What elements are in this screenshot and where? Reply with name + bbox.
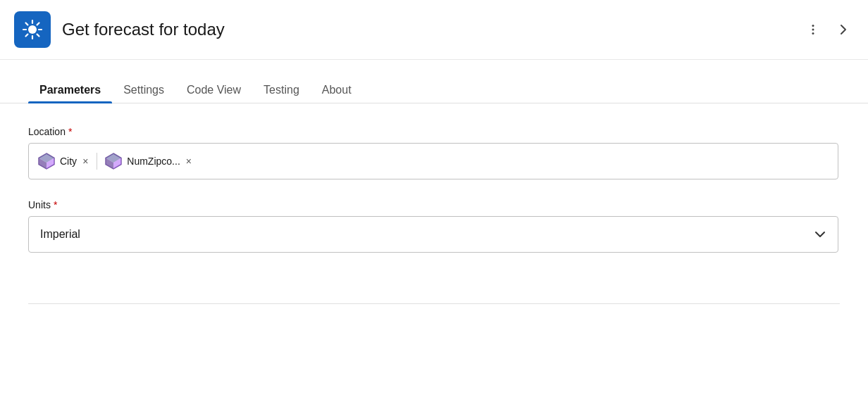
page-title: Get forecast for today xyxy=(62,20,225,39)
city-tag-icon xyxy=(37,152,56,170)
tab-parameters[interactable]: Parameters xyxy=(28,77,112,103)
units-field-group: Units * Imperial xyxy=(28,199,840,253)
location-input[interactable]: City × NumZipco... × xyxy=(28,143,838,179)
chevron-down-icon xyxy=(814,228,826,241)
numzipco-tag-label: NumZipco... xyxy=(127,156,180,167)
tab-code-view[interactable]: Code View xyxy=(175,77,252,103)
svg-point-11 xyxy=(812,32,814,34)
units-select[interactable]: Imperial xyxy=(28,216,838,253)
svg-point-0 xyxy=(28,25,37,34)
svg-point-9 xyxy=(812,25,814,27)
city-tag-remove-button[interactable]: × xyxy=(81,156,89,167)
numzipco-tag-icon xyxy=(104,152,123,170)
units-label: Units * xyxy=(28,199,840,210)
tab-settings[interactable]: Settings xyxy=(112,77,175,103)
location-field-group: Location * City × xyxy=(28,126,840,179)
more-vertical-icon xyxy=(806,23,820,37)
units-required-star: * xyxy=(54,199,57,210)
svg-point-10 xyxy=(812,29,814,31)
header-left: Get forecast for today xyxy=(14,11,225,48)
units-value: Imperial xyxy=(40,228,80,241)
tab-testing[interactable]: Testing xyxy=(252,77,311,103)
numzipco-tag-remove-button[interactable]: × xyxy=(185,156,193,167)
header: Get forecast for today xyxy=(0,0,868,60)
app-icon xyxy=(14,11,51,48)
svg-line-6 xyxy=(37,34,39,37)
chevron-right-icon xyxy=(837,23,850,36)
location-label: Location * xyxy=(28,126,840,137)
location-tag-numzipco: NumZipco... × xyxy=(104,152,193,170)
location-tag-city: City × xyxy=(37,152,89,170)
tabs-bar: Parameters Settings Code View Testing Ab… xyxy=(0,77,868,103)
collapse-button[interactable] xyxy=(833,19,854,40)
location-required-star: * xyxy=(68,126,72,137)
content-area: Location * City × xyxy=(0,103,868,295)
svg-line-7 xyxy=(37,23,39,25)
header-actions xyxy=(802,18,854,41)
more-options-button[interactable] xyxy=(802,18,824,41)
svg-line-5 xyxy=(26,23,28,25)
tag-divider xyxy=(97,153,97,170)
svg-line-8 xyxy=(26,34,28,37)
bottom-divider xyxy=(28,303,840,304)
tab-about[interactable]: About xyxy=(311,77,363,103)
city-tag-label: City xyxy=(60,156,77,167)
